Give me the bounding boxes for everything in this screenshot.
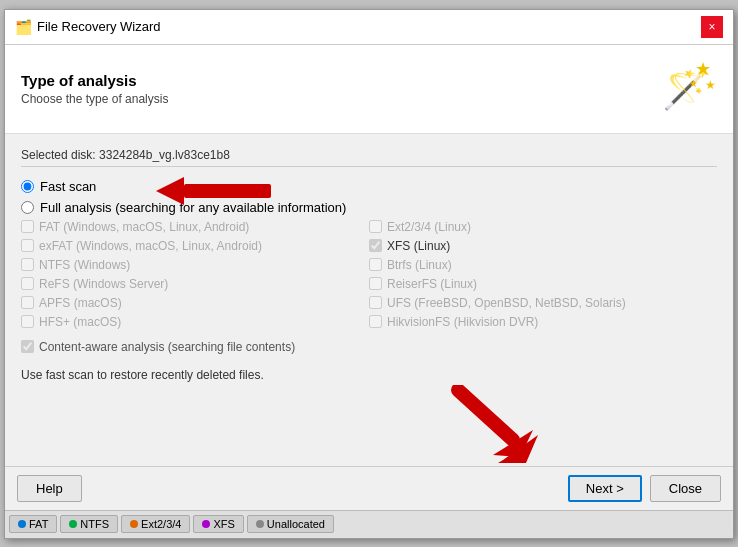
taskbar-label-3: XFS [213, 518, 234, 530]
svg-text:★: ★ [695, 59, 711, 79]
fs-left-item: FAT (Windows, macOS, Linux, Android) [21, 219, 369, 235]
taskbar-item-ntfs[interactable]: NTFS [60, 515, 118, 533]
fs-right-label-2: Btrfs (Linux) [387, 258, 452, 272]
fs-right-label-1: XFS (Linux) [387, 239, 450, 253]
taskbar-dot-4 [256, 520, 264, 528]
fs-left-label-0: FAT (Windows, macOS, Linux, Android) [39, 220, 249, 234]
footer-section: Help Next > Close [5, 466, 733, 510]
svg-rect-5 [184, 184, 271, 198]
fs-right-label-0: Ext2/3/4 (Linux) [387, 220, 471, 234]
full-analysis-radio[interactable] [21, 201, 34, 214]
taskbar-item-unallocated[interactable]: Unallocated [247, 515, 334, 533]
next-button[interactable]: Next > [568, 475, 642, 502]
fs-right-checkbox-4[interactable] [369, 296, 382, 309]
page-subtitle: Choose the type of analysis [21, 92, 168, 106]
fs-right-label-4: UFS (FreeBSD, OpenBSD, NetBSD, Solaris) [387, 296, 626, 310]
taskbar-dot-0 [18, 520, 26, 528]
selected-disk-label: Selected disk: 3324284b_vg.lv83ce1b8 [21, 144, 717, 167]
title-bar: 🗂️ File Recovery Wizard × [5, 10, 733, 45]
fs-right-item: Btrfs (Linux) [369, 257, 717, 273]
fs-left-item: HFS+ (macOS) [21, 314, 369, 330]
help-button[interactable]: Help [17, 475, 82, 502]
close-dialog-button[interactable]: Close [650, 475, 721, 502]
fs-right-checkbox-5[interactable] [369, 315, 382, 328]
fs-left-label-4: APFS (macOS) [39, 296, 122, 310]
svg-text:★: ★ [705, 78, 716, 92]
fs-left-label-5: HFS+ (macOS) [39, 315, 121, 329]
content-area: Selected disk: 3324284b_vg.lv83ce1b8 Fas… [5, 134, 733, 466]
svg-marker-6 [156, 177, 184, 205]
taskbar-label-2: Ext2/3/4 [141, 518, 181, 530]
content-aware-checkbox[interactable] [21, 340, 34, 353]
fs-left-label-2: NTFS (Windows) [39, 258, 130, 272]
full-analysis-row: Full analysis (searching for any availab… [21, 200, 717, 215]
content-aware-label: Content-aware analysis (searching file c… [39, 340, 295, 354]
fs-left-label-1: exFAT (Windows, macOS, Linux, Android) [39, 239, 262, 253]
close-window-button[interactable]: × [701, 16, 723, 38]
fs-column-left: FAT (Windows, macOS, Linux, Android)exFA… [21, 219, 369, 330]
taskbar-label-0: FAT [29, 518, 48, 530]
next-arrow [448, 385, 538, 468]
taskbar-item-ext2-3-4[interactable]: Ext2/3/4 [121, 515, 190, 533]
taskbar-item-fat[interactable]: FAT [9, 515, 57, 533]
fs-left-checkbox-5[interactable] [21, 315, 34, 328]
fs-right-item: HikvisionFS (Hikvision DVR) [369, 314, 717, 330]
fs-right-checkbox-3[interactable] [369, 277, 382, 290]
fs-column-right: Ext2/3/4 (Linux)XFS (Linux)Btrfs (Linux)… [369, 219, 717, 330]
title-bar-left: 🗂️ File Recovery Wizard [15, 19, 161, 35]
fs-left-checkbox-4[interactable] [21, 296, 34, 309]
taskbar: FATNTFSExt2/3/4XFSUnallocated [5, 510, 733, 538]
fast-scan-arrow [156, 175, 271, 207]
fs-right-checkbox-0[interactable] [369, 220, 382, 233]
taskbar-label-4: Unallocated [267, 518, 325, 530]
fs-right-item: UFS (FreeBSD, OpenBSD, NetBSD, Solaris) [369, 295, 717, 311]
fs-left-item: APFS (macOS) [21, 295, 369, 311]
header-text: Type of analysis Choose the type of anal… [21, 72, 168, 106]
header-section: Type of analysis Choose the type of anal… [5, 45, 733, 134]
fs-left-checkbox-0[interactable] [21, 220, 34, 233]
taskbar-label-1: NTFS [80, 518, 109, 530]
taskbar-dot-1 [69, 520, 77, 528]
info-text: Use fast scan to restore recently delete… [21, 368, 717, 382]
fs-left-checkbox-2[interactable] [21, 258, 34, 271]
footer-right-buttons: Next > Close [568, 475, 721, 502]
page-title: Type of analysis [21, 72, 168, 89]
svg-line-7 [458, 390, 513, 440]
fs-right-checkbox-1[interactable] [369, 239, 382, 252]
fs-left-checkbox-3[interactable] [21, 277, 34, 290]
content-aware-row: Content-aware analysis (searching file c… [21, 340, 717, 354]
fs-left-item: exFAT (Windows, macOS, Linux, Android) [21, 238, 369, 254]
window-title: File Recovery Wizard [37, 19, 161, 34]
filesystems-section: FAT (Windows, macOS, Linux, Android)exFA… [21, 219, 717, 330]
app-icon: 🗂️ [15, 19, 31, 35]
svg-text:★: ★ [689, 78, 698, 89]
fast-scan-radio[interactable] [21, 180, 34, 193]
fast-scan-row: Fast scan [21, 179, 717, 194]
fs-right-label-5: HikvisionFS (Hikvision DVR) [387, 315, 538, 329]
wizard-icon: 🪄 ★ ★ ★ [657, 57, 717, 121]
fast-scan-label[interactable]: Fast scan [40, 179, 96, 194]
dialog-window: 🗂️ File Recovery Wizard × Type of analys… [4, 9, 734, 539]
fs-right-checkbox-2[interactable] [369, 258, 382, 271]
fs-left-checkbox-1[interactable] [21, 239, 34, 252]
fs-left-item: NTFS (Windows) [21, 257, 369, 273]
fs-right-item: XFS (Linux) [369, 238, 717, 254]
taskbar-dot-3 [202, 520, 210, 528]
fs-right-item: ReiserFS (Linux) [369, 276, 717, 292]
fs-left-label-3: ReFS (Windows Server) [39, 277, 168, 291]
fs-right-item: Ext2/3/4 (Linux) [369, 219, 717, 235]
fs-right-label-3: ReiserFS (Linux) [387, 277, 477, 291]
taskbar-item-xfs[interactable]: XFS [193, 515, 243, 533]
taskbar-dot-2 [130, 520, 138, 528]
fs-left-item: ReFS (Windows Server) [21, 276, 369, 292]
